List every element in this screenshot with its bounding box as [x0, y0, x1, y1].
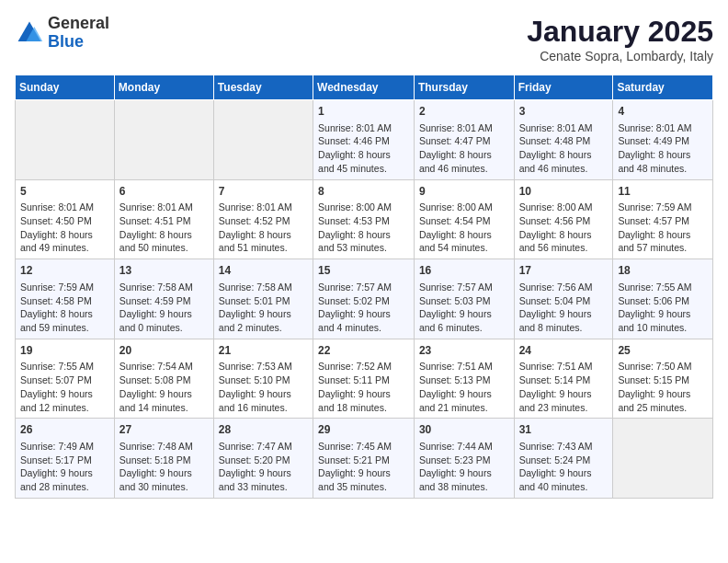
calendar-week-row: 12Sunrise: 7:59 AMSunset: 4:58 PMDayligh…	[16, 259, 713, 339]
day-info: Sunset: 4:48 PM	[519, 134, 609, 148]
day-number: 20	[119, 343, 209, 359]
day-info: Sunrise: 7:52 AM	[318, 360, 409, 373]
calendar-cell: 18Sunrise: 7:55 AMSunset: 5:06 PMDayligh…	[613, 259, 713, 339]
calendar-cell: 9Sunrise: 8:00 AMSunset: 4:54 PMDaylight…	[414, 179, 514, 259]
calendar-cell: 4Sunrise: 8:01 AMSunset: 4:49 PMDaylight…	[613, 100, 713, 180]
day-number: 21	[219, 343, 308, 359]
calendar-cell: 5Sunrise: 8:01 AMSunset: 4:50 PMDaylight…	[16, 179, 115, 259]
calendar-cell: 22Sunrise: 7:52 AMSunset: 5:11 PMDayligh…	[313, 339, 415, 419]
day-number: 7	[219, 184, 308, 200]
day-info: Sunrise: 7:43 AM	[519, 440, 609, 454]
logo: General Blue	[15, 15, 109, 52]
day-info: Daylight: 8 hours and 45 minutes.	[318, 148, 409, 175]
day-info: Daylight: 8 hours and 50 minutes.	[119, 228, 209, 255]
day-number: 31	[519, 422, 609, 438]
page-header: General Blue January 2025 Cenate Sopra, …	[15, 15, 713, 63]
day-number: 2	[419, 104, 509, 120]
day-info: Sunrise: 7:51 AM	[419, 360, 509, 373]
day-info: Sunrise: 7:57 AM	[318, 281, 409, 294]
day-info: Sunset: 5:17 PM	[20, 454, 109, 467]
calendar-week-row: 19Sunrise: 7:55 AMSunset: 5:07 PMDayligh…	[16, 339, 713, 419]
day-number: 19	[20, 343, 109, 359]
logo-blue: Blue	[48, 32, 84, 51]
day-info: Daylight: 8 hours and 48 minutes.	[618, 148, 708, 175]
day-info: Daylight: 8 hours and 59 minutes.	[20, 307, 109, 334]
day-info: Sunset: 4:46 PM	[318, 134, 409, 148]
day-number: 23	[419, 343, 509, 359]
day-number: 10	[519, 184, 609, 200]
day-info: Sunrise: 7:44 AM	[419, 440, 509, 454]
day-info: Daylight: 8 hours and 46 minutes.	[519, 148, 609, 175]
day-info: Sunset: 4:59 PM	[119, 294, 209, 308]
day-info: Daylight: 9 hours and 28 minutes.	[20, 466, 109, 493]
calendar-cell: 25Sunrise: 7:50 AMSunset: 5:15 PMDayligh…	[613, 339, 713, 419]
day-info: Sunset: 4:54 PM	[419, 214, 509, 228]
day-info: Sunrise: 7:45 AM	[318, 440, 409, 454]
day-info: Sunrise: 7:49 AM	[20, 440, 109, 454]
day-info: Sunrise: 8:01 AM	[419, 121, 509, 135]
calendar-cell: 30Sunrise: 7:44 AMSunset: 5:23 PMDayligh…	[414, 419, 514, 499]
day-info: Sunset: 4:50 PM	[20, 214, 109, 228]
day-info: Daylight: 8 hours and 49 minutes.	[20, 228, 109, 255]
calendar-cell: 3Sunrise: 8:01 AMSunset: 4:48 PMDaylight…	[514, 100, 613, 180]
day-info: Daylight: 9 hours and 10 minutes.	[618, 307, 708, 334]
day-info: Sunrise: 7:51 AM	[519, 360, 609, 373]
logo-icon	[15, 18, 44, 48]
day-header-thursday: Thursday	[414, 75, 514, 100]
day-info: Sunrise: 7:57 AM	[419, 281, 509, 294]
day-info: Sunrise: 7:59 AM	[618, 201, 708, 214]
day-info: Sunset: 5:24 PM	[519, 454, 609, 467]
day-header-tuesday: Tuesday	[213, 75, 313, 100]
day-info: Sunset: 4:53 PM	[318, 214, 409, 228]
day-info: Sunrise: 8:01 AM	[519, 121, 609, 135]
day-number: 6	[119, 184, 209, 200]
calendar-week-row: 5Sunrise: 8:01 AMSunset: 4:50 PMDaylight…	[16, 179, 713, 259]
day-info: Sunset: 4:51 PM	[119, 214, 209, 228]
day-number: 29	[318, 422, 409, 438]
day-info: Sunset: 5:13 PM	[419, 373, 509, 387]
day-info: Sunrise: 8:01 AM	[618, 121, 708, 135]
calendar-cell: 10Sunrise: 8:00 AMSunset: 4:56 PMDayligh…	[514, 179, 613, 259]
day-info: Daylight: 8 hours and 53 minutes.	[318, 228, 409, 255]
day-info: Sunrise: 8:00 AM	[519, 201, 609, 214]
day-info: Daylight: 9 hours and 0 minutes.	[119, 307, 209, 334]
day-header-wednesday: Wednesday	[313, 75, 415, 100]
day-info: Sunset: 5:02 PM	[318, 294, 409, 308]
day-number: 25	[618, 343, 708, 359]
day-info: Sunrise: 7:55 AM	[618, 281, 708, 294]
day-info: Daylight: 9 hours and 16 minutes.	[219, 387, 308, 414]
day-number: 22	[318, 343, 409, 359]
day-info: Sunset: 5:06 PM	[618, 294, 708, 308]
calendar-cell: 24Sunrise: 7:51 AMSunset: 5:14 PMDayligh…	[514, 339, 613, 419]
day-info: Sunrise: 7:59 AM	[20, 281, 109, 294]
calendar-cell	[613, 419, 713, 499]
day-info: Daylight: 9 hours and 40 minutes.	[519, 466, 609, 493]
day-info: Daylight: 9 hours and 23 minutes.	[519, 387, 609, 414]
day-info: Daylight: 8 hours and 51 minutes.	[219, 228, 308, 255]
calendar-cell: 20Sunrise: 7:54 AMSunset: 5:08 PMDayligh…	[114, 339, 213, 419]
day-info: Sunrise: 7:55 AM	[20, 360, 109, 373]
day-info: Sunset: 5:07 PM	[20, 373, 109, 387]
day-info: Daylight: 9 hours and 14 minutes.	[119, 387, 209, 414]
day-info: Sunset: 4:58 PM	[20, 294, 109, 308]
day-header-sunday: Sunday	[16, 75, 115, 100]
day-info: Sunset: 5:23 PM	[419, 454, 509, 467]
day-info: Daylight: 8 hours and 56 minutes.	[519, 228, 609, 255]
day-info: Sunrise: 7:56 AM	[519, 281, 609, 294]
logo-general: General	[48, 14, 109, 32]
day-number: 4	[618, 104, 708, 120]
day-header-saturday: Saturday	[613, 75, 713, 100]
day-number: 30	[419, 422, 509, 438]
day-number: 14	[219, 263, 308, 279]
day-info: Sunset: 4:47 PM	[419, 134, 509, 148]
day-info: Sunset: 5:14 PM	[519, 373, 609, 387]
day-info: Daylight: 9 hours and 6 minutes.	[419, 307, 509, 334]
calendar-cell	[114, 100, 213, 180]
day-number: 5	[20, 184, 109, 200]
calendar-cell: 7Sunrise: 8:01 AMSunset: 4:52 PMDaylight…	[213, 179, 313, 259]
day-number: 27	[119, 422, 209, 438]
day-info: Daylight: 9 hours and 38 minutes.	[419, 466, 509, 493]
calendar-cell	[213, 100, 313, 180]
calendar-cell: 8Sunrise: 8:00 AMSunset: 4:53 PMDaylight…	[313, 179, 415, 259]
day-number: 3	[519, 104, 609, 120]
